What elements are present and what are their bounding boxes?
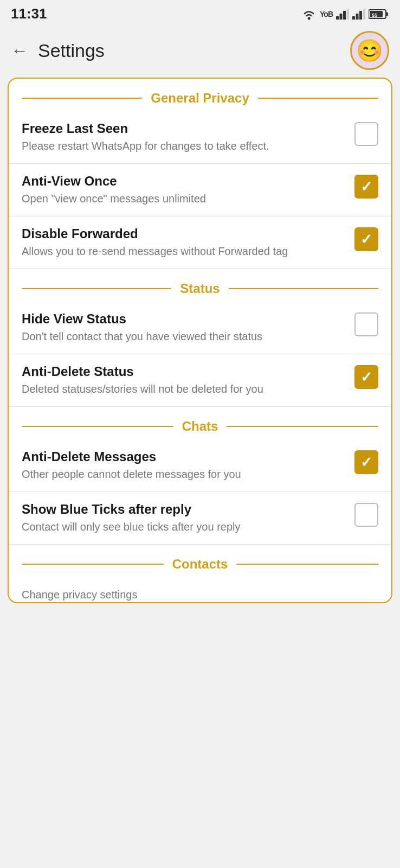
setting-item-disable-forwarded: Disable Forwarded Allows you to re-send … (9, 216, 391, 269)
setting-text-anti-view-once: Anti-View Once Open "view once" messages… (22, 174, 354, 206)
divider-line-status-right (229, 288, 378, 289)
status-icons: YoB 55 (301, 8, 389, 20)
main-card: General Privacy Freeze Last Seen Please … (8, 78, 392, 603)
setting-desc-blue-ticks: Contact will only see blue ticks after y… (22, 519, 346, 534)
setting-text-blue-ticks: Show Blue Ticks after reply Contact will… (22, 502, 354, 534)
svg-rect-2 (340, 14, 343, 20)
setting-item-freeze-last-seen: Freeze Last Seen Please restart WhatsApp… (9, 111, 391, 164)
section-status-header: Status (9, 269, 391, 302)
setting-text-anti-delete-status: Anti-Delete Status Deleted statuses/stor… (22, 364, 354, 397)
setting-desc-hide-view-status: Don't tell contact that you have viewed … (22, 329, 346, 344)
svg-text:55: 55 (372, 12, 377, 18)
setting-title-blue-ticks: Show Blue Ticks after reply (22, 502, 346, 517)
signal1-icon (336, 9, 349, 20)
checkbox-blue-ticks[interactable] (354, 503, 378, 527)
setting-desc-freeze-last-seen: Please restart WhatsApp for changes to t… (22, 138, 346, 154)
section-label-contacts: Contacts (172, 557, 228, 572)
svg-rect-7 (359, 11, 362, 20)
setting-item-contacts-partial: Change privacy settings (9, 577, 391, 602)
setting-text-freeze-last-seen: Freeze Last Seen Please restart WhatsApp… (22, 121, 354, 154)
setting-item-anti-delete-status: Anti-Delete Status Deleted statuses/stor… (9, 354, 391, 407)
battery-icon: 55 (369, 9, 389, 20)
divider-line-right (258, 98, 378, 99)
page-title: Settings (38, 40, 350, 61)
setting-text-hide-view-status: Hide View Status Don't tell contact that… (22, 311, 354, 344)
wifi-icon (301, 8, 317, 20)
checkbox-freeze-last-seen[interactable] (354, 122, 378, 146)
section-label-status: Status (180, 281, 220, 296)
setting-title-freeze-last-seen: Freeze Last Seen (22, 121, 346, 136)
header: ← Settings 😊 (0, 25, 400, 78)
avatar[interactable]: 😊 (350, 31, 389, 70)
svg-rect-10 (386, 12, 388, 16)
setting-title-disable-forwarded: Disable Forwarded (22, 226, 346, 241)
back-button[interactable]: ← (11, 42, 28, 59)
section-label-general-privacy: General Privacy (151, 91, 249, 106)
svg-point-0 (308, 17, 311, 20)
setting-desc-anti-delete-status: Deleted statuses/stories will not be del… (22, 381, 346, 397)
setting-desc-contacts-partial: Change privacy settings (22, 587, 370, 602)
section-label-chats: Chats (182, 419, 218, 434)
divider-line-contacts-right (236, 564, 378, 565)
section-general-privacy-header: General Privacy (9, 79, 391, 111)
setting-title-hide-view-status: Hide View Status (22, 311, 346, 327)
svg-rect-1 (336, 16, 339, 20)
svg-rect-6 (356, 14, 359, 20)
checkbox-hide-view-status[interactable] (354, 312, 378, 336)
setting-text-disable-forwarded: Disable Forwarded Allows you to re-send … (22, 226, 354, 259)
setting-desc-disable-forwarded: Allows you to re-send messages without F… (22, 244, 346, 259)
checkbox-disable-forwarded[interactable] (354, 227, 378, 251)
data-icon: YoB (320, 10, 333, 18)
status-bar: 11:31 YoB 55 (0, 0, 400, 25)
checkbox-anti-delete-messages[interactable] (354, 450, 378, 474)
svg-rect-4 (347, 9, 350, 20)
status-time: 11:31 (11, 5, 47, 22)
setting-desc-anti-view-once: Open "view once" messages unlimited (22, 191, 346, 206)
section-contacts-header: Contacts (9, 545, 391, 577)
setting-item-blue-ticks: Show Blue Ticks after reply Contact will… (9, 492, 391, 545)
setting-title-anti-view-once: Anti-View Once (22, 174, 346, 189)
section-chats-header: Chats (9, 407, 391, 439)
svg-rect-8 (363, 9, 366, 20)
divider-line-chats-right (227, 426, 378, 427)
setting-item-hide-view-status: Hide View Status Don't tell contact that… (9, 302, 391, 354)
setting-text-anti-delete-messages: Anti-Delete Messages Other people cannot… (22, 449, 354, 482)
setting-title-anti-delete-status: Anti-Delete Status (22, 364, 346, 379)
divider-line-chats-left (22, 426, 173, 427)
avatar-emoji: 😊 (356, 38, 383, 63)
checkbox-anti-delete-status[interactable] (354, 365, 378, 389)
divider-line-status-left (22, 288, 171, 289)
setting-item-anti-delete-messages: Anti-Delete Messages Other people cannot… (9, 439, 391, 492)
setting-item-anti-view-once: Anti-View Once Open "view once" messages… (9, 164, 391, 216)
setting-title-anti-delete-messages: Anti-Delete Messages (22, 449, 346, 464)
divider-line-left (22, 98, 142, 99)
divider-line-contacts-left (22, 564, 164, 565)
setting-desc-anti-delete-messages: Other people cannot delete messages for … (22, 467, 346, 482)
checkbox-anti-view-once[interactable] (354, 175, 378, 199)
svg-rect-5 (352, 16, 355, 20)
svg-rect-3 (343, 11, 346, 20)
setting-text-contacts-partial: Change privacy settings (22, 587, 378, 602)
signal2-icon (352, 9, 365, 20)
